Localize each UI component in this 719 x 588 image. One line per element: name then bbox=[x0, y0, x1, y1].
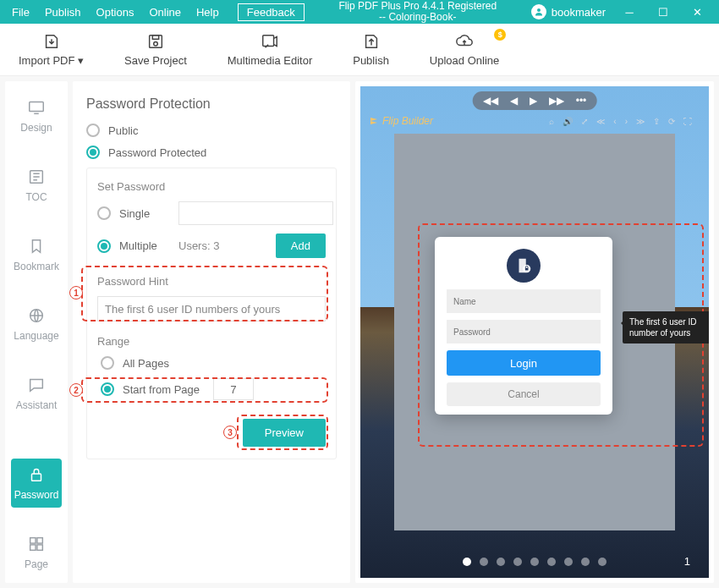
mfirst-icon[interactable]: ≪ bbox=[596, 117, 605, 126]
option-public[interactable]: Public bbox=[86, 124, 337, 137]
hint-label: Password Hint bbox=[97, 275, 326, 288]
login-lock-icon bbox=[507, 249, 541, 283]
left-sidebar: Design TOC Bookmark Language Assistant P… bbox=[5, 81, 68, 583]
dot[interactable] bbox=[598, 558, 606, 566]
svg-rect-8 bbox=[32, 474, 41, 481]
tab-password[interactable]: Password bbox=[11, 459, 62, 508]
title-bar: File Publish Options Online Help Feedbac… bbox=[0, 0, 719, 24]
menu-publish[interactable]: Publish bbox=[45, 6, 81, 19]
multimedia-label: Multimedia Editor bbox=[228, 54, 312, 67]
start-page-input[interactable] bbox=[213, 378, 254, 400]
radio-icon bbox=[86, 124, 100, 137]
chat-icon bbox=[27, 376, 46, 394]
main-toolbar: Import PDF ▾ Save Project Multimedia Edi… bbox=[0, 24, 719, 76]
mprev-icon[interactable]: ‹ bbox=[613, 117, 616, 126]
more-icon[interactable]: ••• bbox=[576, 95, 587, 107]
add-user-button[interactable]: Add bbox=[276, 234, 326, 258]
menu-bar: File Publish Options Online Help bbox=[5, 6, 226, 19]
dot[interactable] bbox=[530, 558, 539, 566]
micro-controls: ⌕ 🔊 ⤢ ≪ ‹ › ≫ ⇪ ⟳ ⛶ bbox=[549, 117, 692, 126]
full-icon[interactable]: ⛶ bbox=[683, 117, 692, 126]
maximize-button[interactable]: ☐ bbox=[646, 0, 680, 24]
upload-label: Upload Online bbox=[430, 54, 499, 67]
share-icon[interactable]: ⇪ bbox=[653, 117, 660, 126]
single-password-input[interactable] bbox=[178, 201, 333, 225]
tab-bookmark-label: Bookmark bbox=[14, 261, 59, 272]
panel-heading: Password Protection bbox=[86, 96, 337, 112]
password-hint-input[interactable] bbox=[97, 296, 326, 321]
tab-page[interactable]: Page bbox=[11, 528, 62, 577]
upload-online-button[interactable]: $ Upload Online bbox=[430, 32, 499, 67]
option-public-label: Public bbox=[108, 124, 138, 137]
mlast-icon[interactable]: ≫ bbox=[636, 117, 645, 126]
option-protected[interactable]: Password Protected bbox=[86, 146, 337, 159]
radio-icon bbox=[101, 382, 114, 396]
menu-help[interactable]: Help bbox=[196, 6, 219, 19]
first-icon[interactable]: ◀◀ bbox=[483, 95, 498, 107]
radio-icon bbox=[86, 146, 100, 159]
svg-point-0 bbox=[537, 8, 541, 12]
login-button[interactable]: Login bbox=[447, 350, 601, 376]
publish-button[interactable]: Publish bbox=[353, 32, 389, 67]
loop-icon[interactable]: ⟳ bbox=[668, 117, 675, 126]
all-pages-label: All Pages bbox=[123, 357, 169, 370]
prev-icon[interactable]: ◀ bbox=[510, 95, 518, 107]
radio-icon[interactable] bbox=[97, 239, 111, 253]
hint-tooltip: The first 6 user ID number of yours bbox=[623, 311, 709, 343]
svg-rect-2 bbox=[152, 36, 158, 40]
user-account[interactable]: bookmaker bbox=[531, 4, 606, 19]
dot[interactable] bbox=[564, 558, 573, 566]
multiple-label: Multiple bbox=[119, 239, 170, 252]
tab-design[interactable]: Design bbox=[11, 91, 62, 140]
main-area: Design TOC Bookmark Language Assistant P… bbox=[0, 76, 719, 588]
cancel-button[interactable]: Cancel bbox=[447, 382, 601, 406]
cloud-upload-icon bbox=[455, 32, 474, 51]
page-number: 1 bbox=[684, 555, 690, 568]
annotation-number-3: 3 bbox=[223, 426, 237, 439]
radio-icon[interactable] bbox=[97, 206, 111, 220]
tab-design-label: Design bbox=[20, 122, 52, 134]
login-password-input[interactable] bbox=[447, 320, 601, 343]
option-all-pages[interactable]: All Pages bbox=[101, 356, 326, 370]
brand-icon bbox=[369, 116, 379, 126]
login-name-input[interactable] bbox=[447, 289, 601, 313]
window-title: Flip PDF Plus Pro 4.4.1 Registered -- Co… bbox=[305, 1, 531, 23]
title-line2: -- Coloring-Book- bbox=[305, 12, 531, 23]
search-icon[interactable]: ⌕ bbox=[549, 117, 554, 126]
dot[interactable] bbox=[581, 558, 590, 566]
close-button[interactable]: ✕ bbox=[680, 0, 714, 24]
dot[interactable] bbox=[547, 558, 556, 566]
multimedia-icon bbox=[261, 32, 279, 51]
single-label: Single bbox=[119, 207, 170, 220]
save-project-button[interactable]: Save Project bbox=[124, 32, 187, 67]
dot[interactable] bbox=[463, 558, 471, 566]
save-icon bbox=[146, 32, 165, 51]
menu-online[interactable]: Online bbox=[149, 6, 181, 19]
brand-text: Flip Builder bbox=[382, 115, 433, 127]
option-start-from[interactable]: Start from Page bbox=[101, 378, 326, 400]
feedback-button[interactable]: Feedback bbox=[238, 3, 305, 21]
grid-icon bbox=[27, 535, 46, 553]
preview-button[interactable]: Preview bbox=[243, 419, 326, 447]
dot[interactable] bbox=[497, 558, 505, 566]
menu-options[interactable]: Options bbox=[96, 6, 134, 19]
tab-bookmark[interactable]: Bookmark bbox=[11, 230, 62, 279]
menu-file[interactable]: File bbox=[12, 6, 30, 19]
mnext-icon[interactable]: › bbox=[625, 117, 628, 126]
dot[interactable] bbox=[513, 558, 522, 566]
dot[interactable] bbox=[480, 558, 488, 566]
tab-toc[interactable]: TOC bbox=[11, 161, 62, 210]
import-pdf-button[interactable]: Import PDF ▾ bbox=[19, 32, 84, 67]
svg-point-3 bbox=[154, 41, 158, 46]
zoom-icon[interactable]: ⤢ bbox=[581, 117, 588, 126]
minimize-button[interactable]: ─ bbox=[612, 0, 646, 24]
option-protected-label: Password Protected bbox=[108, 146, 206, 159]
tab-language[interactable]: Language bbox=[11, 299, 62, 349]
next-icon[interactable]: ▶ bbox=[530, 95, 537, 107]
tab-assistant[interactable]: Assistant bbox=[11, 369, 62, 418]
globe-icon bbox=[27, 306, 46, 325]
publish-icon bbox=[362, 32, 381, 51]
sound-icon[interactable]: 🔊 bbox=[563, 117, 573, 126]
multimedia-editor-button[interactable]: Multimedia Editor bbox=[228, 32, 312, 67]
last-icon[interactable]: ▶▶ bbox=[549, 95, 564, 107]
